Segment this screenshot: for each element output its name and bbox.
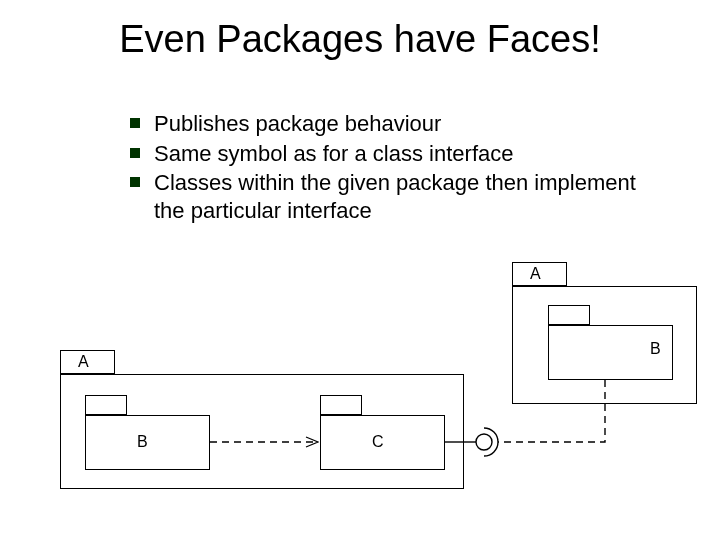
uml-diagram: A B C A B [0, 0, 720, 540]
left-inner-package-c-label: C [372, 433, 384, 451]
left-inner-package-b-label: B [137, 433, 148, 451]
slide: Even Packages have Faces! Publishes pack… [0, 0, 720, 540]
right-inner-package-b-label: B [650, 340, 661, 358]
provided-interface-lollipop-icon [476, 434, 492, 450]
right-package-outer-label: A [530, 265, 541, 283]
right-inner-package-b-tab [548, 305, 590, 325]
required-interface-socket-icon [484, 428, 498, 456]
left-inner-package-b-tab [85, 395, 127, 415]
left-package-outer-label: A [78, 353, 89, 371]
left-inner-package-c-tab [320, 395, 362, 415]
